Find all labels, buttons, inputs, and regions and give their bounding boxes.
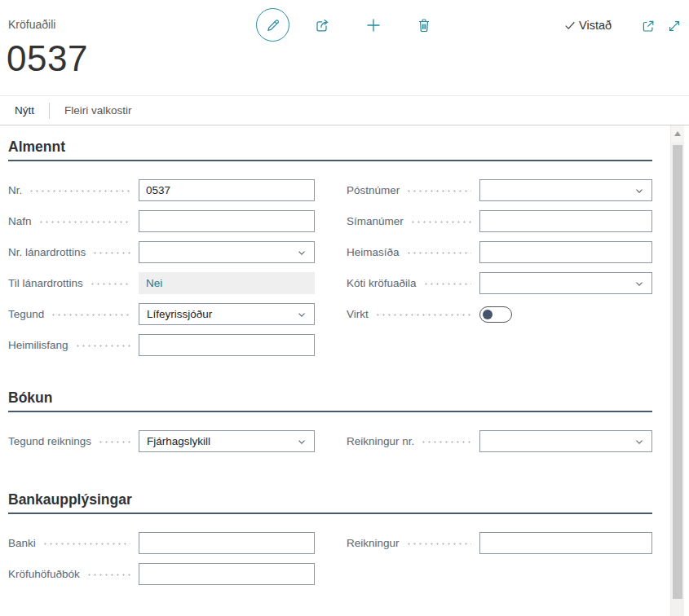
page-title: 0537 xyxy=(7,36,88,81)
dotted-leader xyxy=(42,543,130,545)
popout-button[interactable] xyxy=(638,16,658,36)
field-heimasida: Heimasíða xyxy=(347,241,652,263)
field-til-lanardrottins: Til lánardrottins Nei xyxy=(8,272,315,294)
field-reikningur-nr: Reikningur nr. xyxy=(347,430,652,452)
field-koti-krofuadila: Kóti kröfuaðila xyxy=(347,272,652,294)
bank-fields: Banki Reikningur Kröfuhöfuðbók xyxy=(8,532,652,585)
save-status-label: Vistað xyxy=(579,19,612,32)
tegund-label: Tegund xyxy=(8,303,139,325)
krofuhofudbok-input[interactable] xyxy=(139,563,315,585)
posting-fields: Tegund reiknings Fjárhagslykill Reikning… xyxy=(8,430,652,452)
dotted-leader xyxy=(92,252,130,254)
nr-lanardrottins-combobox[interactable] xyxy=(139,241,315,263)
chevron-down-icon xyxy=(297,248,307,257)
menu-divider xyxy=(49,103,50,119)
field-krofuhofudbok: Kröfuhöfuðbók xyxy=(8,563,315,585)
scroll-up-arrow-icon xyxy=(674,131,681,136)
section-posting-title: Bókun xyxy=(8,389,652,412)
menu-item-more-options[interactable]: Fleiri valkostir xyxy=(64,104,132,117)
nafn-label: Nafn xyxy=(8,210,139,232)
dotted-leader xyxy=(75,345,130,347)
page-header: Kröfuaðili xyxy=(0,0,689,95)
command-bar: Nýtt Fleiri valkostir xyxy=(0,95,689,125)
pencil-icon xyxy=(265,17,281,33)
field-virkt: Virkt xyxy=(347,303,652,325)
check-icon xyxy=(564,20,576,31)
field-postnumer: Póstnúmer xyxy=(347,179,652,201)
reikningur-input[interactable] xyxy=(479,532,652,554)
nr-label: Nr. xyxy=(8,179,139,201)
field-tegund-reiknings: Tegund reiknings Fjárhagslykill xyxy=(8,430,315,452)
nafn-input[interactable] xyxy=(139,210,315,232)
banki-label: Banki xyxy=(8,532,139,554)
section-bank-title: Bankaupplýsingar xyxy=(8,491,652,514)
dotted-leader xyxy=(421,441,471,443)
heimilisfang-label: Heimilisfang xyxy=(8,334,139,356)
postnumer-combobox[interactable] xyxy=(479,179,652,201)
plus-icon xyxy=(364,16,382,34)
dotted-leader xyxy=(375,314,471,316)
general-fields: Nr. Póstnúmer Nafn xyxy=(8,179,652,356)
chevron-down-icon xyxy=(634,186,644,196)
tegund-combobox[interactable]: Lífeyrissjóður xyxy=(139,303,315,325)
vertical-scrollbar[interactable] xyxy=(670,125,684,616)
section-general: Almennt Nr. Póstnúmer xyxy=(8,139,652,356)
simanumer-label: Símanúmer xyxy=(347,210,479,232)
field-nafn: Nafn xyxy=(8,210,315,232)
toggle-knob xyxy=(483,310,492,319)
dotted-leader xyxy=(38,221,130,223)
dotted-leader xyxy=(410,221,471,223)
menu-item-new[interactable]: Nýtt xyxy=(15,104,34,117)
share-button[interactable] xyxy=(312,15,332,35)
section-posting: Bókun Tegund reiknings Fjárhagslykill Re… xyxy=(8,389,652,452)
chevron-down-icon xyxy=(634,279,644,288)
virkt-toggle-wrap xyxy=(479,303,652,325)
dotted-leader xyxy=(406,543,471,545)
open-in-window-icon xyxy=(640,18,656,34)
dotted-leader xyxy=(86,574,130,576)
nr-input[interactable] xyxy=(139,179,315,201)
field-reikningur: Reikningur xyxy=(347,532,652,554)
scrollbar-thumb[interactable] xyxy=(673,145,682,599)
field-simanumer: Símanúmer xyxy=(347,210,652,232)
heimasida-label: Heimasíða xyxy=(347,241,479,263)
field-heimilisfang: Heimilisfang xyxy=(8,334,315,356)
chevron-down-icon xyxy=(297,437,307,447)
card-content: Almennt Nr. Póstnúmer xyxy=(0,125,670,616)
nr-lanardrottins-label: Nr. lánardrottins xyxy=(8,241,139,263)
delete-button[interactable] xyxy=(414,15,434,35)
koti-krofuadila-label: Kóti kröfuaðila xyxy=(347,272,479,294)
tegund-reiknings-combobox[interactable]: Fjárhagslykill xyxy=(139,430,315,452)
virkt-label: Virkt xyxy=(347,303,479,325)
chevron-down-icon xyxy=(297,310,307,319)
expand-button[interactable] xyxy=(665,16,684,36)
dotted-leader xyxy=(98,441,130,443)
reikningur-nr-label: Reikningur nr. xyxy=(347,430,479,452)
banki-input[interactable] xyxy=(139,532,315,554)
virkt-toggle[interactable] xyxy=(479,306,512,323)
field-banki: Banki xyxy=(8,532,315,554)
scrollbar-up-button[interactable] xyxy=(671,125,684,142)
edit-button[interactable] xyxy=(256,8,289,42)
koti-krofuadila-combobox[interactable] xyxy=(479,272,652,294)
new-button[interactable] xyxy=(364,15,383,35)
chevron-down-icon xyxy=(634,437,644,447)
dotted-leader xyxy=(406,252,471,254)
dotted-leader xyxy=(423,283,471,285)
simanumer-input[interactable] xyxy=(479,210,652,232)
section-general-title: Almennt xyxy=(8,139,652,161)
til-lanardrottins-label: Til lánardrottins xyxy=(8,272,139,294)
trash-icon xyxy=(415,16,433,34)
section-bank-info: Bankaupplýsingar Banki Reikningur Kröfuh… xyxy=(8,491,652,585)
field-tegund: Tegund Lífeyrissjóður xyxy=(8,303,315,325)
reikningur-nr-combobox[interactable] xyxy=(479,430,652,452)
heimasida-input[interactable] xyxy=(479,241,652,263)
save-status: Vistað xyxy=(564,19,612,32)
heimilisfang-input[interactable] xyxy=(139,334,315,356)
postnumer-label: Póstnúmer xyxy=(347,179,479,201)
field-nr: Nr. xyxy=(8,179,315,201)
tegund-reiknings-label: Tegund reiknings xyxy=(8,430,139,452)
dotted-leader xyxy=(29,190,130,192)
share-icon xyxy=(313,16,332,35)
reikningur-label: Reikningur xyxy=(347,532,479,554)
